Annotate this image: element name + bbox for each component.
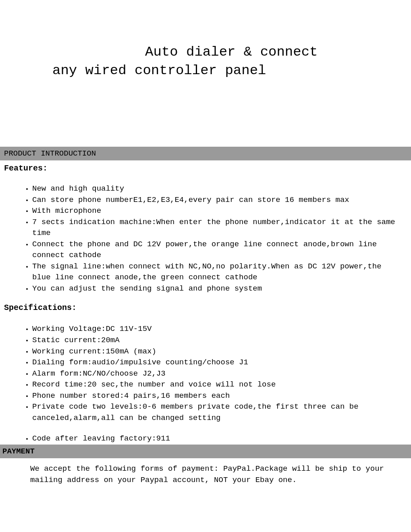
list-item: Can store phone numberE1,E2,E3,E4,every …	[32, 195, 403, 206]
list-item: The signal line:when connect with NC,NO,…	[32, 261, 403, 283]
features-list: New and high quality Can store phone num…	[0, 183, 411, 294]
list-item: Static current:20mA	[32, 335, 403, 346]
payment-body: We accept the following forms of payment…	[0, 458, 411, 486]
list-item: Dialing form:audio/impulsive counting/ch…	[32, 357, 403, 368]
list-item: With microphone	[32, 206, 403, 217]
list-item: Working Voltage:DC 11V-15V	[32, 324, 403, 335]
list-item: You can adjust the sending signal and ph…	[32, 283, 403, 295]
list-item: Connect the phone and DC 12V power,the o…	[32, 239, 403, 261]
section-header-payment: PAYMENT	[0, 445, 411, 458]
title-line-2: any wired controller panel	[52, 63, 387, 78]
list-item: Alarm form:NC/NO/choose J2,J3	[32, 368, 403, 380]
list-item: Code after leaving factory:911	[32, 433, 403, 445]
title-line-1: Auto dialer & connect	[52, 44, 387, 60]
specifications-heading: Specifications:	[0, 294, 411, 316]
list-item: Phone number stored:4 pairs,16 members e…	[32, 391, 403, 402]
list-item: Working current:150mA (max)	[32, 346, 403, 357]
page-title-block: Auto dialer & connect any wired controll…	[0, 0, 411, 78]
list-item: 7 sects indication machine:When enter th…	[32, 217, 403, 239]
specifications-list: Working Voltage:DC 11V-15V Static curren…	[0, 324, 411, 444]
list-item: Private code two levels:0-6 members priv…	[32, 401, 403, 424]
list-item: Record time:20 sec,the number and voice …	[32, 379, 403, 391]
section-header-intro: PRODUCT INTRODUCTION	[0, 147, 411, 160]
features-heading: Features:	[0, 160, 411, 175]
list-item: New and high quality	[32, 183, 403, 195]
